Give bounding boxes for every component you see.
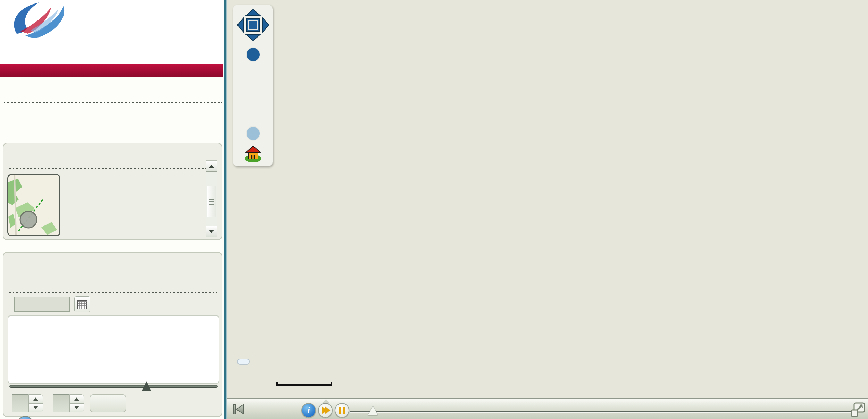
noise-thumbnail-map xyxy=(7,174,60,236)
arrow-down-icon xyxy=(74,406,79,409)
calendar-icon xyxy=(77,299,87,309)
map-left-border xyxy=(224,0,227,419)
fast-forward-button[interactable] xyxy=(318,403,333,418)
minute-up-button[interactable] xyxy=(70,395,84,404)
aena-logo-icon xyxy=(6,1,76,41)
timeline-handle[interactable] xyxy=(368,406,378,415)
calendar-button[interactable] xyxy=(74,296,90,312)
hour-down-button[interactable] xyxy=(29,404,43,412)
minute-stepper xyxy=(53,394,84,412)
arrow-up-icon xyxy=(74,397,79,401)
minute-down-button[interactable] xyxy=(70,404,84,412)
map-canvas[interactable] xyxy=(227,0,868,398)
pause-button[interactable] xyxy=(335,403,349,418)
minute-value[interactable] xyxy=(53,394,69,412)
info-button[interactable]: i xyxy=(301,403,316,418)
flights-panel xyxy=(3,252,222,417)
map-zoom-panel xyxy=(233,5,273,166)
ff-icon xyxy=(325,407,330,414)
noise-scrollbar[interactable] xyxy=(206,160,217,237)
hour-slider-track[interactable] xyxy=(9,385,218,388)
timeline-track[interactable] xyxy=(350,411,853,412)
playback-bar: i xyxy=(227,398,868,419)
home-button[interactable] xyxy=(243,143,263,163)
hour-slider-handle[interactable] xyxy=(142,381,151,391)
scroll-up-button[interactable] xyxy=(206,161,217,172)
hour-stepper xyxy=(12,394,43,412)
date-row xyxy=(9,296,90,312)
flights-per-hour-chart xyxy=(8,315,219,384)
logo-area xyxy=(0,0,224,64)
date-input[interactable] xyxy=(14,297,70,312)
pause-icon xyxy=(339,407,341,414)
webtrak-app: i xyxy=(0,0,868,419)
arrow-down-icon xyxy=(209,230,214,233)
popout-button[interactable] xyxy=(850,402,866,418)
hour-up-button[interactable] xyxy=(29,395,43,404)
divider xyxy=(9,168,207,169)
divider xyxy=(9,292,217,293)
arrow-up-icon xyxy=(33,397,38,401)
scroll-down-button[interactable] xyxy=(206,226,217,237)
zoom-in-button[interactable] xyxy=(246,47,260,62)
scrollbar-thumb[interactable] xyxy=(207,186,216,217)
sidebar xyxy=(0,0,224,419)
noise-section-heading-clipped xyxy=(9,159,113,166)
scale-line xyxy=(276,382,332,386)
arrow-down-icon xyxy=(33,406,38,409)
hour-value[interactable] xyxy=(12,394,28,412)
skip-to-start-button[interactable] xyxy=(232,403,246,416)
grip-icon xyxy=(209,199,214,205)
arrow-up-icon xyxy=(209,165,214,168)
divider xyxy=(3,102,222,103)
pause-icon xyxy=(343,407,345,414)
playback-hour-row xyxy=(9,394,126,412)
noise-panel xyxy=(3,143,222,240)
speed-indicator-icon xyxy=(323,400,329,403)
loading-status xyxy=(237,359,250,365)
map-viewport[interactable] xyxy=(227,0,868,398)
pan-control[interactable] xyxy=(237,9,269,41)
load-button[interactable] xyxy=(90,394,126,412)
map-scale-bar xyxy=(276,372,338,390)
zoom-out-button[interactable] xyxy=(246,126,260,141)
main-nav xyxy=(0,64,223,77)
